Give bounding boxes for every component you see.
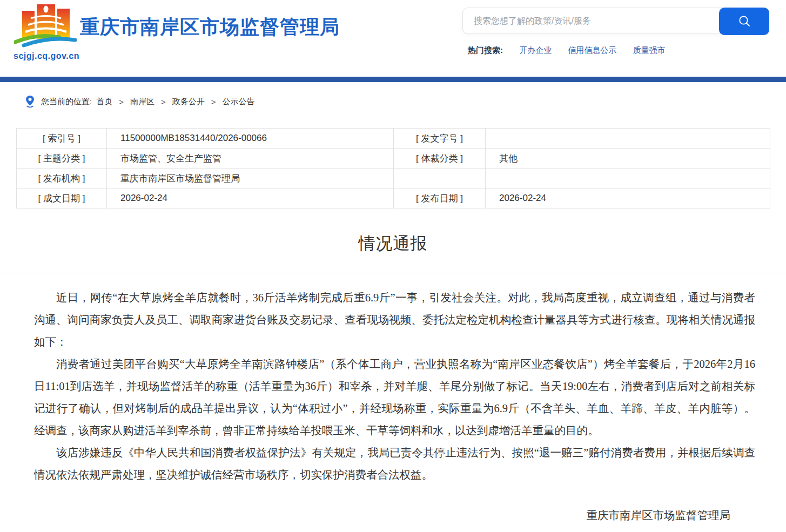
search-icon <box>737 15 751 29</box>
meta-value-doc-no <box>486 129 770 149</box>
table-row: [ 发布机构 ] 重庆市南岸区市场监督管理局 <box>17 169 770 188</box>
breadcrumb-item-gongshi[interactable]: 公示公告 <box>222 97 254 107</box>
meta-value-empty <box>486 169 770 188</box>
hot-search-label: 热门搜索: <box>468 45 503 55</box>
table-row: [ 索引号 ] 11500000MB18531440/2026-00066 [ … <box>17 129 770 149</box>
chongqing-building-logo-icon <box>14 3 78 48</box>
article-title: 情况通报 <box>0 232 786 255</box>
article-body: 近日，网传“在大草原烤全羊店就餐时，36斤活羊烤制完成后重6.9斤”一事，引发社… <box>16 273 770 486</box>
signature-block: 重庆市南岸区市场监督管理局 2026年2月24日 <box>587 504 731 532</box>
document-meta-table: [ 索引号 ] 11500000MB18531440/2026-00066 [ … <box>16 128 770 208</box>
breadcrumb-separator: > <box>161 97 166 106</box>
breadcrumb-item-nanan[interactable]: 南岸区 <box>130 97 154 107</box>
hot-search-row: 热门搜索: 开办企业 信用信息公示 质量强市 <box>462 45 769 56</box>
header-divider-bar <box>0 77 786 82</box>
hot-search-link-xinyong[interactable]: 信用信息公示 <box>568 45 616 55</box>
meta-value-publish-date: 2026-02-24 <box>486 188 770 208</box>
search-button[interactable] <box>719 8 769 35</box>
meta-label-empty <box>394 169 486 188</box>
meta-value-topic-class: 市场监管、安全生产监管 <box>107 149 394 169</box>
meta-label-publisher: [ 发布机构 ] <box>17 169 107 188</box>
meta-label-written-date: [ 成文日期 ] <box>17 188 107 208</box>
article-paragraph: 近日，网传“在大草原烤全羊店就餐时，36斤活羊烤制完成后重6.9斤”一事，引发社… <box>34 287 755 353</box>
search-area: 热门搜索: 开办企业 信用信息公示 质量强市 <box>462 8 769 56</box>
article-paragraph: 该店涉嫌违反《中华人民共和国消费者权益保护法》有关规定，我局已责令其停止违法行为… <box>34 442 755 486</box>
article-paragraph: 消费者通过美团平台购买“大草原烤全羊南滨路钟楼店”（系个体工商户，营业执照名称为… <box>34 353 755 442</box>
breadcrumb-item-home[interactable]: 首页 <box>96 97 112 107</box>
breadcrumb-separator: > <box>119 97 124 106</box>
site-header: scjgj.cq.gov.cn 重庆市南岸区市场监督管理局 热门搜索: 开办企业… <box>0 0 786 77</box>
hot-search-link-kaiban[interactable]: 开办企业 <box>519 45 552 55</box>
meta-label-genre-class: [ 体裁分类 ] <box>394 149 486 169</box>
search-box <box>462 8 769 34</box>
hot-search-link-zhiliang[interactable]: 质量强市 <box>633 45 666 55</box>
breadcrumb: 您当前的位置: 首页 > 南岸区 > 政务公开 > 公示公告 <box>25 95 786 108</box>
breadcrumb-label: 您当前的位置: <box>41 97 92 107</box>
location-pin-icon <box>25 95 35 108</box>
site-logo-block[interactable]: scjgj.cq.gov.cn <box>14 3 78 61</box>
signature-org: 重庆市南岸区市场监督管理局 <box>587 504 731 527</box>
site-domain: scjgj.cq.gov.cn <box>14 51 78 61</box>
meta-value-genre-class: 其他 <box>486 149 770 169</box>
table-row: [ 成文日期 ] 2026-02-24 [ 发布日期 ] 2026-02-24 <box>17 188 770 208</box>
meta-label-publish-date: [ 发布日期 ] <box>394 188 486 208</box>
meta-value-written-date: 2026-02-24 <box>107 188 394 208</box>
search-input[interactable] <box>463 8 709 33</box>
signature-date: 2026年2月24日 <box>587 527 731 532</box>
meta-label-index-no: [ 索引号 ] <box>17 129 107 149</box>
breadcrumb-separator: > <box>211 97 216 106</box>
meta-value-index-no: 11500000MB18531440/2026-00066 <box>107 129 394 149</box>
meta-label-topic-class: [ 主题分类 ] <box>17 149 107 169</box>
table-row: [ 主题分类 ] 市场监管、安全生产监管 [ 体裁分类 ] 其他 <box>17 149 770 169</box>
breadcrumb-item-zhengwu[interactable]: 政务公开 <box>172 97 205 107</box>
site-title: 重庆市南岸区市场监督管理局 <box>80 14 340 41</box>
meta-label-doc-no: [ 发文字号 ] <box>394 129 486 149</box>
meta-value-publisher: 重庆市南岸区市场监督管理局 <box>107 169 394 188</box>
